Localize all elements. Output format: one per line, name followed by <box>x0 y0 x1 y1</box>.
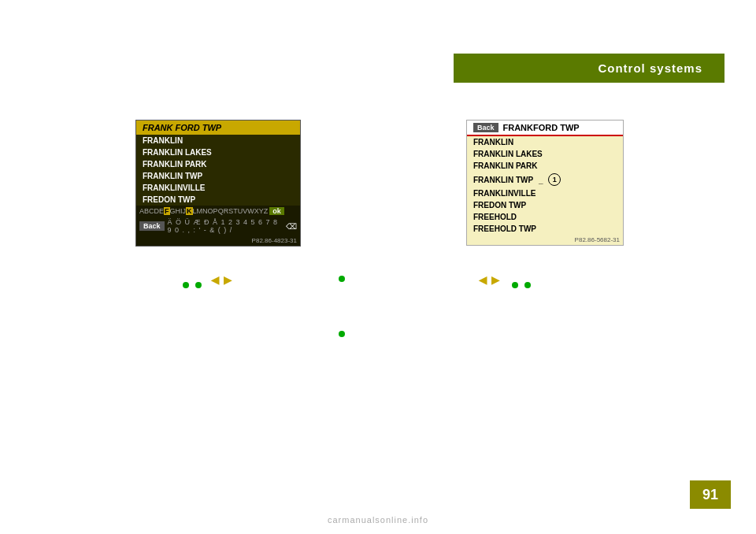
right-list-item-1[interactable]: FRANKLIN <box>467 136 623 148</box>
left-green-dot-1 <box>183 282 189 288</box>
right-list-item-4-active[interactable]: FRANKLIN TWP _ 1 <box>467 172 623 187</box>
left-list-item-1[interactable]: FRANKLIN <box>136 135 300 146</box>
key-o[interactable]: O <box>208 207 213 215</box>
right-green-dot-2 <box>524 282 531 288</box>
special-chars: Ä Ö Ü Æ Ð Å 1 2 3 4 5 6 7 8 9 0 . , : ' … <box>168 218 283 234</box>
key-z[interactable]: Z <box>264 207 269 215</box>
right-yellow-arrow-1: ◀ <box>479 274 487 286</box>
right-list-item-8[interactable]: FREEHOLD TWP <box>467 223 623 235</box>
right-selected-item: FRANKFORD TWP <box>503 123 580 132</box>
back-button[interactable]: Back <box>139 221 165 231</box>
left-yellow-arrow-2: ▶ <box>224 274 232 286</box>
right-back-button[interactable]: Back <box>473 123 498 132</box>
right-yellow-arrow-2: ▶ <box>491 274 499 286</box>
right-green-dot-1 <box>512 282 518 288</box>
right-list-item-2[interactable]: FRANKLIN LAKES <box>467 148 623 160</box>
left-list-item-5[interactable]: FRANKLINVILLE <box>136 182 300 194</box>
key-w[interactable]: W <box>247 207 254 215</box>
watermark: carmanualsonline.info <box>0 515 756 525</box>
right-panel-header: Back FRANKFORD TWP <box>467 121 623 136</box>
left-green-dot-2 <box>195 282 202 288</box>
left-list-item-4[interactable]: FRANKLIN TWP <box>136 170 300 182</box>
keyboard-row[interactable]: A B C D E F G H I J K L M N O P Q R S T … <box>136 206 300 217</box>
right-list-item-3[interactable]: FRANKLIN PARK <box>467 160 623 172</box>
key-f-active[interactable]: F <box>164 207 170 215</box>
key-m[interactable]: M <box>197 207 203 215</box>
delete-icon[interactable]: ⌫ <box>286 222 297 231</box>
key-g[interactable]: G <box>170 207 176 215</box>
left-nav-panel: FRANK FORD TWP FRANKLIN FRANKLIN LAKES F… <box>135 120 301 247</box>
key-q[interactable]: Q <box>218 207 224 215</box>
right-list-item-6[interactable]: FREDON TWP <box>467 199 623 211</box>
left-selected-row[interactable]: FRANK FORD TWP <box>136 121 300 135</box>
left-image-ref: P82.86-4823-31 <box>136 235 300 246</box>
back-row: Back Ä Ö Ü Æ Ð Å 1 2 3 4 5 6 7 8 9 0 . ,… <box>136 217 300 235</box>
ok-button[interactable]: ok <box>269 207 284 215</box>
right-image-ref: P82.86-5682-31 <box>467 235 623 245</box>
key-k-active[interactable]: K <box>186 207 193 215</box>
left-list-item-3[interactable]: FRANKLIN PARK <box>136 158 300 170</box>
circled-number: 1 <box>548 173 561 186</box>
mid-green-dot-2 <box>339 331 345 337</box>
left-list-item-2[interactable]: FRANKLIN LAKES <box>136 146 300 158</box>
left-list-item-6[interactable]: FREDON TWP <box>136 194 300 206</box>
page-number: 91 <box>690 480 731 509</box>
control-systems-header: Control systems <box>454 54 724 83</box>
right-nav-panel: Back FRANKFORD TWP FRANKLIN FRANKLIN LAK… <box>466 120 624 246</box>
right-list-item-7[interactable]: FREEHOLD <box>467 211 623 223</box>
mid-green-dot <box>339 276 345 282</box>
left-yellow-arrow-1: ◀ <box>211 274 219 286</box>
right-list-item-5[interactable]: FRANKLINVILLE <box>467 187 623 199</box>
